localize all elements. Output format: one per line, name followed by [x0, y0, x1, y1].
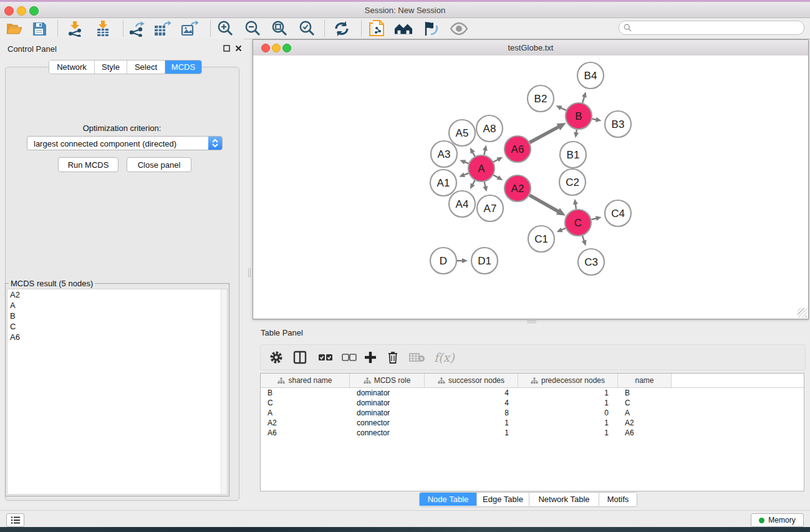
hide-all-columns-button[interactable]	[342, 349, 357, 366]
graph-node-A6[interactable]: A6	[504, 136, 531, 162]
show-all-columns-button[interactable]	[318, 349, 333, 366]
memory-button[interactable]: Memory	[751, 513, 804, 527]
table-cell[interactable]: connector	[350, 428, 425, 438]
zoom-in-button[interactable]	[216, 19, 234, 37]
delete-column-button[interactable]	[387, 349, 399, 366]
graph-node-A5[interactable]: A5	[449, 120, 475, 146]
edge-A6-B[interactable]	[529, 127, 559, 142]
column-header-shared-name[interactable]: shared name	[261, 374, 350, 387]
run-mcds-button[interactable]: Run MCDS	[58, 157, 118, 172]
graph-node-A7[interactable]: A7	[477, 195, 503, 221]
zoom-fit-button[interactable]	[270, 19, 289, 37]
mcds-result-list[interactable]: A2ABCA6	[7, 289, 228, 495]
edge-A-A8[interactable]	[484, 150, 485, 155]
table-cell[interactable]: 8	[425, 408, 518, 418]
mcds-result-item[interactable]: B	[7, 311, 227, 321]
table-cell[interactable]: A2	[618, 418, 672, 428]
criterion-dropdown[interactable]: largest connected component (directed)	[27, 136, 223, 150]
table-settings-button[interactable]	[269, 349, 283, 366]
mcds-result-item[interactable]: C	[7, 321, 227, 332]
table-row[interactable]: Bdominator41B	[261, 388, 804, 398]
table-cell[interactable]: 4	[425, 398, 518, 408]
graph-node-B[interactable]: B	[566, 103, 592, 129]
table-row[interactable]: A6connector11A6	[261, 428, 804, 438]
close-panel-button[interactable]: Close panel	[127, 157, 191, 172]
table-row[interactable]: A2connector11A2	[261, 418, 804, 428]
table-cell[interactable]: dominator	[350, 398, 425, 408]
vertical-splitter-grip[interactable]	[248, 268, 251, 278]
edge-B-B2[interactable]	[561, 108, 566, 110]
edge-A-A2[interactable]	[493, 175, 498, 178]
table-cell[interactable]: 0	[518, 408, 618, 418]
graph-node-C4[interactable]: C4	[605, 200, 631, 226]
column-header-MCDS-role[interactable]: MCDS role	[350, 374, 425, 387]
graph-node-B1[interactable]: B1	[560, 142, 586, 168]
function-builder-button[interactable]: f(x)	[434, 349, 455, 366]
table-row[interactable]: Cdominator41C	[261, 398, 804, 408]
table-cell[interactable]: 1	[518, 388, 618, 398]
table-cell[interactable]: 1	[518, 428, 618, 438]
graph-node-D1[interactable]: D1	[471, 248, 498, 274]
table-cell[interactable]: A	[618, 408, 672, 418]
tab-style[interactable]: Style	[95, 60, 127, 74]
edge-A-A1[interactable]	[464, 173, 469, 175]
table-cell[interactable]: dominator	[350, 408, 425, 418]
network-canvas[interactable]: B4B2BB3A8A5A6A3B1AA1C2A2A4A7C4CC1C3DD1	[253, 56, 808, 319]
column-header-name[interactable]: name	[618, 374, 672, 387]
table-cell[interactable]: A6	[261, 428, 350, 438]
zoom-out-button[interactable]	[243, 19, 262, 37]
graph-node-D[interactable]: D	[430, 248, 456, 274]
table-row[interactable]: Adominator80A	[261, 408, 804, 418]
edge-A-A6[interactable]	[493, 159, 498, 162]
table-cell[interactable]: 1	[518, 398, 618, 408]
resize-grip-icon[interactable]	[798, 308, 807, 317]
export-table-button[interactable]	[153, 19, 171, 37]
graph-node-A3[interactable]: A3	[431, 141, 457, 167]
column-header-successor-nodes[interactable]: successor nodes	[425, 374, 518, 387]
flag-toggle-button[interactable]	[421, 19, 440, 37]
tab-node-table[interactable]: Node Table	[420, 493, 477, 506]
mcds-result-item[interactable]: A6	[7, 332, 227, 342]
graph-node-C3[interactable]: C3	[578, 249, 604, 275]
table-cell[interactable]: A6	[618, 428, 672, 438]
table-cell[interactable]: dominator	[350, 388, 425, 398]
edge-B-B4[interactable]	[582, 97, 584, 103]
graph-node-A2[interactable]: A2	[504, 175, 531, 201]
export-image-button[interactable]	[180, 19, 199, 37]
network-graph[interactable]: B4B2BB3A8A5A6A3B1AA1C2A2A4A7C4CC1C3DD1	[253, 56, 808, 319]
close-panel-icon[interactable]	[234, 45, 242, 52]
edge-A-A7[interactable]	[485, 181, 486, 186]
table-cell[interactable]: A2	[261, 418, 350, 428]
add-column-button[interactable]	[364, 349, 377, 366]
table-cell[interactable]: C	[618, 398, 672, 408]
edge-C-C3[interactable]	[582, 236, 584, 241]
column-header-predecessor-nodes[interactable]: predecessor nodes	[518, 374, 618, 387]
table-cell[interactable]: 1	[425, 418, 518, 428]
tab-mcds[interactable]: MCDS	[165, 60, 201, 74]
tab-select[interactable]: Select	[127, 60, 165, 74]
edge-A-A5[interactable]	[473, 152, 475, 157]
graph-node-A1[interactable]: A1	[430, 170, 456, 196]
edge-B-B3[interactable]	[592, 118, 597, 119]
table-cell[interactable]: connector	[350, 418, 425, 428]
tab-network[interactable]: Network	[49, 60, 95, 74]
table-cell[interactable]: B	[261, 388, 350, 398]
edge-A2-C[interactable]	[529, 195, 559, 211]
search-input[interactable]	[619, 21, 804, 35]
scrollbar-track[interactable]	[221, 289, 227, 494]
graph-node-B2[interactable]: B2	[528, 85, 554, 112]
horizontal-splitter-grip[interactable]	[527, 320, 536, 323]
home-button[interactable]	[394, 19, 413, 37]
edge-C-C2[interactable]	[576, 204, 576, 210]
graph-node-A[interactable]: A	[468, 155, 494, 181]
table-cell[interactable]: 1	[425, 428, 518, 438]
edge-C-C1[interactable]	[561, 228, 566, 230]
graph-node-B4[interactable]: B4	[577, 62, 604, 89]
table-cell[interactable]: A	[261, 408, 350, 418]
float-panel-icon[interactable]	[223, 45, 230, 52]
table-cell[interactable]: 4	[425, 388, 518, 398]
mcds-result-item[interactable]: A2	[7, 289, 227, 300]
graph-node-C[interactable]: C	[565, 210, 591, 236]
import-table-button[interactable]	[94, 19, 112, 37]
apply-layout-button[interactable]	[332, 19, 351, 37]
